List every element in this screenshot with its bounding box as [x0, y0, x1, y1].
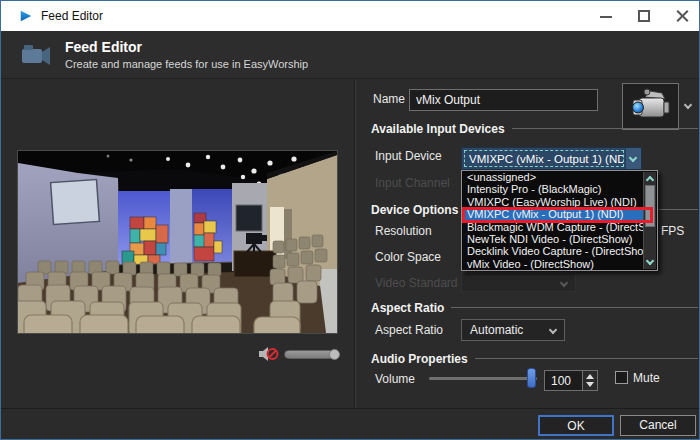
video-preview — [17, 150, 338, 334]
maximize-button[interactable] — [627, 1, 661, 31]
input-device-dropdown-list: <unassigned> Intensity Pro - (BlackMagic… — [461, 170, 658, 271]
aspect-ratio-value: Automatic — [470, 323, 523, 337]
chevron-down-icon — [560, 279, 568, 287]
list-item[interactable]: <unassigned> — [462, 171, 644, 183]
muted-speaker-icon[interactable] — [259, 346, 279, 363]
input-device-label: Input Device — [375, 149, 442, 164]
section-audio-properties: Audio Properties — [371, 351, 698, 366]
chevron-down-icon — [549, 326, 557, 334]
list-item[interactable]: Decklink Video Capture - (DirectShow) — [462, 245, 644, 257]
video-standard-combobox — [461, 272, 576, 292]
mute-checkbox[interactable] — [615, 371, 628, 384]
list-item[interactable]: Blackmagic WDM Capture - (DirectShow) — [462, 221, 644, 233]
preview-volume-slider[interactable] — [284, 350, 338, 359]
list-item-selected[interactable]: VMIXPC (vMix - Output 1) (NDI) — [462, 208, 644, 220]
input-channel-label: Input Channel — [375, 176, 450, 191]
spinner-up-icon[interactable] — [586, 374, 594, 379]
dropdown-scrollbar[interactable] — [643, 172, 656, 269]
color-space-label: Color Space — [375, 250, 441, 265]
list-item[interactable]: VMIXPC (EasyWorship Live) (NDI) — [462, 196, 644, 208]
video-standard-label: Video Standard — [375, 276, 458, 291]
minimize-button[interactable] — [589, 1, 623, 31]
feed-icon-dropdown-chevron-icon[interactable] — [684, 101, 692, 109]
name-input[interactable] — [409, 89, 598, 111]
ok-button[interactable]: OK — [538, 415, 614, 436]
spinner-down-icon[interactable] — [586, 382, 594, 387]
chevron-down-icon — [629, 154, 637, 162]
dialog-subtitle: Create and manage feeds for use in EasyW… — [65, 58, 308, 70]
resolution-label: Resolution — [375, 224, 432, 239]
list-item[interactable]: vMix Video - (DirectShow) — [462, 258, 644, 270]
input-device-dropdown-button[interactable] — [625, 148, 641, 169]
preview-volume-knob[interactable] — [329, 349, 340, 360]
close-button[interactable] — [665, 1, 699, 31]
input-device-combobox[interactable]: VMIXPC (vMix - Output 1) (NDI) — [461, 147, 642, 170]
dialog-header: Feed Editor Create and manage feeds for … — [1, 31, 700, 79]
aspect-ratio-combobox[interactable]: Automatic — [461, 319, 565, 341]
cancel-button[interactable]: Cancel — [620, 415, 696, 436]
feed-editor-window: Feed Editor Feed Editor Create and manag… — [0, 0, 700, 440]
easyworship-logo-icon — [19, 9, 33, 23]
volume-slider-track[interactable] — [429, 377, 537, 380]
list-item[interactable]: NewTek NDI Video - (DirectShow) — [462, 233, 644, 245]
scrollbar-thumb[interactable] — [645, 185, 655, 227]
mute-label: Mute — [633, 371, 660, 385]
window-title: Feed Editor — [41, 9, 103, 23]
name-label: Name — [373, 92, 405, 107]
list-item[interactable]: Intensity Pro - (BlackMagic) — [462, 183, 644, 195]
aspect-ratio-label: Aspect Ratio — [375, 323, 443, 338]
volume-spinner[interactable]: 100 — [544, 370, 598, 391]
section-available-input-devices: Available Input Devices — [371, 121, 698, 136]
input-device-value: VMIXPC (vMix - Output 1) (NDI) — [464, 150, 624, 167]
volume-label: Volume — [375, 372, 415, 387]
dialog-title: Feed Editor — [65, 39, 142, 55]
section-aspect-ratio: Aspect Ratio — [371, 300, 698, 315]
auditorium-preview-image — [18, 151, 337, 333]
titlebar: Feed Editor — [1, 1, 700, 31]
volume-slider-thumb[interactable] — [527, 368, 536, 388]
volume-value: 100 — [551, 374, 571, 388]
scroll-up-icon[interactable] — [646, 176, 654, 184]
video-camera-icon — [19, 40, 53, 70]
spinner-arrows[interactable] — [582, 371, 597, 390]
scroll-down-icon[interactable] — [646, 257, 654, 265]
fps-label: FPS — [661, 224, 684, 239]
